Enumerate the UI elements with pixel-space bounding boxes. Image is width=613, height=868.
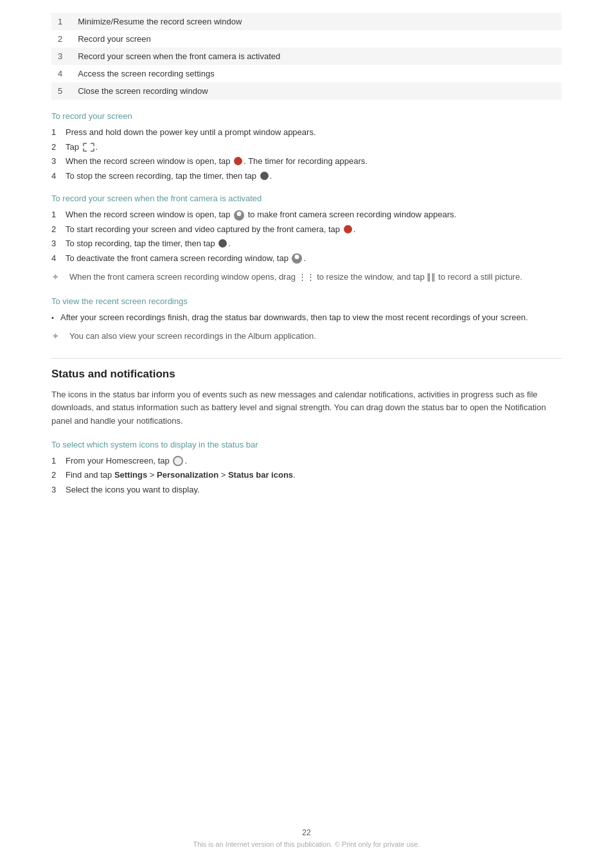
section-heading-status-icons: To select which system icons to display …: [51, 440, 562, 449]
section-heading-view: To view the recent screen recordings: [51, 296, 562, 306]
table-row-num: 3: [51, 48, 71, 65]
list-item: 3To stop recording, tap the timer, then …: [51, 237, 562, 250]
page-number: 22: [0, 828, 613, 837]
section-heading-record: To record your screen: [51, 111, 562, 121]
page: 1Minimize/Resume the record screen windo…: [0, 0, 613, 868]
list-item: 4To stop the screen recording, tap the t…: [51, 170, 562, 183]
tip-icon-view: ✦: [51, 329, 69, 344]
front-tip: ✦ When the front camera screen recording…: [51, 271, 562, 285]
table-row-text: Access the screen recording settings: [71, 65, 562, 82]
section-heading-front: To record your screen when the front cam…: [51, 194, 562, 203]
table-row-text: Record your screen: [71, 30, 562, 48]
table-row-num: 1: [51, 13, 71, 30]
list-item: •After your screen recordings finish, dr…: [51, 311, 562, 324]
list-item: 3Select the icons you want to display.: [51, 484, 562, 496]
status-body: The icons in the status bar inform you o…: [51, 388, 562, 428]
view-tip: ✦ You can also view your screen recordin…: [51, 330, 562, 344]
list-item: 2To start recording your screen and vide…: [51, 223, 562, 236]
footer-legal: This is an Internet version of this publ…: [193, 840, 420, 848]
status-steps-list: 1From your Homescreen, tap .2Find and ta…: [51, 455, 562, 496]
intro-table: 1Minimize/Resume the record screen windo…: [51, 13, 562, 100]
table-row-text: Close the screen recording window: [71, 82, 562, 100]
section-divider: [51, 358, 562, 359]
record-steps-list: 1Press and hold down the power key until…: [51, 126, 562, 182]
list-item: 3When the record screen window is open, …: [51, 155, 562, 168]
table-row-text: Minimize/Resume the record screen window: [71, 13, 562, 30]
front-tip-text: When the front camera screen recording w…: [69, 271, 562, 284]
page-footer: 22 This is an Internet version of this p…: [0, 828, 613, 849]
table-row-num: 2: [51, 30, 71, 48]
view-tip-text: You can also view your screen recordings…: [69, 330, 562, 343]
view-bullets: •After your screen recordings finish, dr…: [51, 311, 562, 324]
list-item: 2Tap .: [51, 141, 562, 154]
list-item: 4To deactivate the front camera screen r…: [51, 252, 562, 265]
table-row-text: Record your screen when the front camera…: [71, 48, 562, 65]
list-item: 1From your Homescreen, tap .: [51, 455, 562, 467]
table-row-num: 5: [51, 82, 71, 100]
table-row-num: 4: [51, 65, 71, 82]
front-steps-list: 1When the record screen window is open, …: [51, 208, 562, 264]
main-section-title: Status and notifications: [51, 368, 562, 381]
list-item: 1When the record screen window is open, …: [51, 208, 562, 221]
tip-icon-front: ✦: [51, 270, 69, 285]
list-item: 1Press and hold down the power key until…: [51, 126, 562, 139]
list-item: 2Find and tap Settings > Personalization…: [51, 469, 562, 482]
